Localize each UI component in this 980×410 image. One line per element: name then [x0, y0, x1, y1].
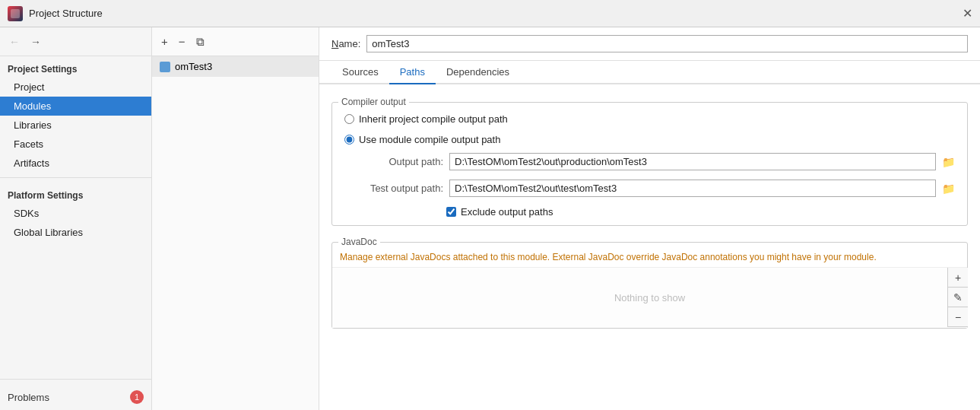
- use-module-radio-row: Use module compile output path: [332, 128, 967, 148]
- test-output-path-row: Test output path: 📁: [332, 175, 967, 202]
- javadoc-content: Nothing to show + ✎ −: [332, 267, 967, 328]
- dialog-title: Project Structure: [29, 8, 103, 19]
- name-input[interactable]: [366, 35, 968, 52]
- add-module-button[interactable]: +: [158, 33, 171, 49]
- javadoc-side-buttons: + ✎ −: [947, 268, 968, 327]
- problems-row[interactable]: Problems 1: [0, 384, 151, 410]
- svg-rect-0: [11, 9, 20, 18]
- sidebar: ← → Project Settings Project Modules Lib…: [0, 27, 152, 410]
- javadoc-group: JavaDoc Manage external JavaDocs attache…: [331, 237, 968, 329]
- output-path-folder-button[interactable]: 📁: [942, 156, 955, 168]
- test-output-path-input[interactable]: [449, 180, 936, 197]
- back-button[interactable]: ←: [6, 34, 23, 49]
- sidebar-item-global-libraries[interactable]: Global Libraries: [0, 223, 151, 242]
- remove-module-button[interactable]: −: [176, 33, 189, 49]
- compiler-output-legend: Compiler output: [338, 97, 409, 107]
- use-module-radio[interactable]: [344, 135, 354, 145]
- problems-badge: 1: [130, 390, 144, 404]
- exclude-checkbox-row: Exclude output paths: [332, 202, 967, 225]
- module-toolbar: + − ⧉: [152, 27, 319, 56]
- sidebar-item-facets[interactable]: Facets: [0, 135, 151, 154]
- copy-module-button[interactable]: ⧉: [193, 33, 208, 50]
- name-row: Name:: [319, 27, 980, 61]
- sidebar-item-label: SDKs: [14, 208, 39, 219]
- inherit-radio[interactable]: [344, 114, 354, 124]
- sidebar-item-sdks[interactable]: SDKs: [0, 204, 151, 223]
- platform-settings-label: Platform Settings: [0, 183, 151, 204]
- sidebar-item-project[interactable]: Project: [0, 78, 151, 97]
- title-bar-left: Project Structure: [8, 6, 103, 21]
- module-icon: [160, 62, 170, 72]
- sidebar-divider: [0, 177, 151, 178]
- close-button[interactable]: ✕: [963, 6, 972, 21]
- output-path-label: Output path:: [344, 156, 443, 167]
- project-settings-label: Project Settings: [0, 56, 151, 78]
- name-label: Name:: [331, 38, 360, 49]
- javadoc-remove-button[interactable]: −: [948, 307, 968, 327]
- inherit-radio-label: Inherit project compile output path: [359, 113, 508, 125]
- sidebar-item-label: Artifacts: [14, 157, 49, 169]
- forward-button[interactable]: →: [27, 34, 44, 49]
- sidebar-item-label: Facets: [14, 138, 43, 150]
- output-path-input[interactable]: [449, 153, 936, 170]
- nothing-to-show-label: Nothing to show: [614, 292, 685, 304]
- test-output-path-label: Test output path:: [344, 183, 443, 194]
- sidebar-item-label: Libraries: [14, 119, 52, 131]
- output-path-row: Output path: 📁: [332, 148, 967, 175]
- javadoc-info: Manage external JavaDocs attached to thi…: [332, 247, 967, 267]
- tab-dependencies[interactable]: Dependencies: [436, 61, 520, 84]
- sidebar-item-artifacts[interactable]: Artifacts: [0, 154, 151, 173]
- module-list: + − ⧉ omTest3: [152, 27, 319, 410]
- main-container: ← → Project Settings Project Modules Lib…: [0, 27, 980, 410]
- tab-content: Compiler output Inherit project compile …: [319, 84, 980, 410]
- sidebar-item-modules[interactable]: Modules: [0, 97, 151, 116]
- tab-paths[interactable]: Paths: [389, 61, 436, 84]
- module-name: omTest3: [175, 61, 212, 72]
- sidebar-item-label: Project: [14, 81, 44, 93]
- javadoc-edit-button[interactable]: ✎: [948, 288, 968, 307]
- sidebar-item-libraries[interactable]: Libraries: [0, 116, 151, 135]
- test-output-path-folder-button[interactable]: 📁: [942, 183, 955, 195]
- tabs-bar: Sources Paths Dependencies: [319, 61, 980, 84]
- problems-label: Problems: [8, 392, 49, 403]
- module-entry[interactable]: omTest3: [152, 56, 319, 77]
- javadoc-add-button[interactable]: +: [948, 268, 968, 288]
- use-module-radio-label: Use module compile output path: [359, 134, 500, 145]
- sidebar-item-label: Modules: [14, 100, 51, 112]
- inherit-radio-row: Inherit project compile output path: [332, 107, 967, 128]
- sidebar-item-label: Global Libraries: [14, 227, 83, 238]
- exclude-checkbox-label: Exclude output paths: [461, 206, 553, 218]
- javadoc-legend: JavaDoc: [338, 237, 380, 247]
- bottom-divider: [0, 379, 151, 380]
- exclude-checkbox[interactable]: [446, 207, 456, 217]
- title-bar: Project Structure ✕: [0, 0, 980, 27]
- compiler-output-group: Compiler output Inherit project compile …: [331, 97, 968, 226]
- app-icon: [8, 6, 23, 21]
- content-area: Name: Sources Paths Dependencies Compile…: [319, 27, 980, 410]
- tab-sources[interactable]: Sources: [331, 61, 389, 84]
- nav-controls: ← →: [0, 27, 151, 56]
